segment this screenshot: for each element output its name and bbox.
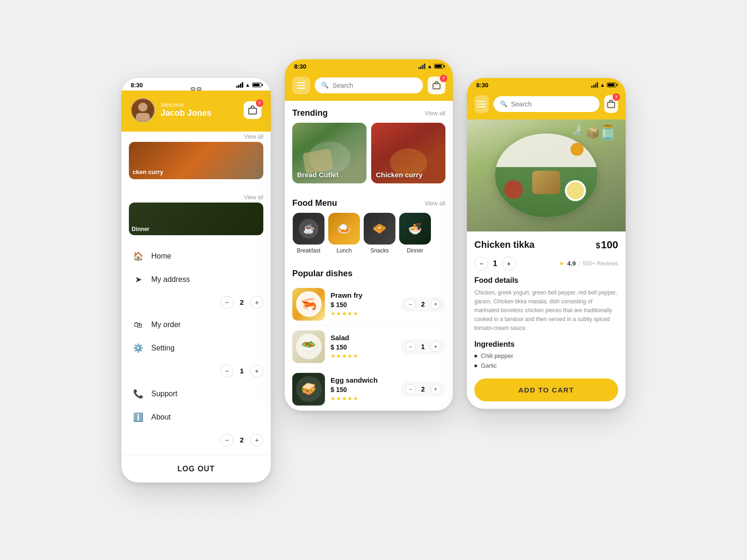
qty-row-3: − 2 + (121, 429, 271, 451)
popular-item-egg[interactable]: 🥪 Egg sandwich $ 150 ★★★★★ − 2 + (292, 368, 445, 411)
salad-qty-plus[interactable]: + (430, 342, 441, 352)
prawn-stars: ★★★★★ (331, 310, 395, 317)
food-menu-breakfast[interactable]: ☕ Breakfast (292, 213, 325, 254)
hamburger-button-3[interactable] (474, 95, 489, 113)
chicken-curry-label: Chicken curry (376, 171, 423, 179)
qty-val-2: 1 (237, 367, 247, 375)
product-hero: 🫙 📦 🍶 (467, 119, 626, 231)
snacks-label: Snacks (370, 247, 388, 254)
food-menu-lunch[interactable]: 🍛 Lunch (328, 213, 360, 254)
status-bar-3: 8:30 ▲ (467, 78, 626, 91)
prawn-qty-plus[interactable]: + (430, 299, 441, 309)
battery-icon-3 (607, 83, 616, 87)
food-menu-row: ☕ Breakfast 🍛 Lunch (285, 213, 453, 261)
ingredients-title: Ingredients (474, 340, 618, 349)
hamburger-button[interactable] (292, 77, 310, 94)
ham-line-3-3 (477, 106, 486, 107)
qty-minus-2[interactable]: − (220, 364, 233, 378)
bread-cutlet-label: Bread Cutlet (297, 171, 338, 179)
nav-item-setting[interactable]: ⚙️ Setting (121, 336, 271, 360)
qty-plus-1[interactable]: + (250, 296, 263, 309)
trending-card-bread[interactable]: Bread Cutlet (292, 123, 366, 183)
prawn-qty-minus[interactable]: − (405, 299, 416, 309)
peek-header: View all (121, 132, 271, 142)
signal-icon-3 (591, 82, 598, 88)
snacks-img: 🧇 (364, 213, 395, 245)
nav-item-address[interactable]: ➤ My address (121, 268, 271, 291)
product-qty-plus[interactable]: + (502, 257, 516, 271)
rating-separator: | (578, 260, 580, 267)
ham-line-1 (297, 82, 305, 83)
rating-count: 500+ Reviews (583, 260, 618, 267)
nav-menu: 🏠 Home ➤ My address − 2 + 🛍 My order ⚙️ (121, 245, 271, 451)
home-icon: 🏠 (133, 251, 144, 261)
peek-label-1: cken curry (133, 168, 163, 175)
time-2: 8:30 (294, 63, 306, 70)
nav-item-support[interactable]: 📞 Support (121, 382, 271, 406)
qty-plus-2[interactable]: + (250, 364, 263, 378)
nav-item-home[interactable]: 🏠 Home (121, 245, 271, 268)
cart-button-3[interactable]: 7 (604, 95, 619, 113)
popular-item-salad[interactable]: 🥗 Salad $ 150 ★★★★★ − 1 + (292, 326, 445, 368)
food-menu-view-all[interactable]: View all (424, 200, 445, 207)
qty-minus-1[interactable]: − (220, 296, 233, 309)
salad-name: Salad (331, 334, 395, 342)
nav-label-home: Home (151, 252, 171, 260)
product-title: Chicken tikka (474, 239, 535, 250)
peek-card-2-container: Dinner (121, 203, 271, 245)
nav-item-about[interactable]: ℹ️ About (121, 406, 271, 429)
search-bar-3[interactable]: 🔍 (493, 96, 599, 112)
product-qty-val: 1 (493, 259, 497, 268)
about-icon: ℹ️ (133, 412, 144, 422)
cart-button-2[interactable]: 7 (428, 77, 445, 94)
wifi-icon-2: ▲ (427, 63, 432, 69)
qty-plus-3[interactable]: + (250, 434, 263, 447)
wifi-icon: ▲ (245, 82, 250, 88)
logout-button[interactable]: LOG OUT (133, 465, 260, 473)
egg-qty-plus[interactable]: + (430, 384, 441, 394)
address-icon: ➤ (133, 274, 144, 285)
time-3: 8:30 (476, 82, 488, 89)
salad-qty-minus[interactable]: − (405, 342, 416, 352)
status-icons-3: ▲ (591, 82, 616, 88)
cart-badge-3: 7 (613, 93, 620, 101)
peek-img-2: Dinner (129, 203, 263, 235)
peek-card-2: Dinner (129, 203, 263, 235)
breakfast-img: ☕ (293, 213, 324, 245)
price-symbol: $ (596, 242, 600, 250)
ingredient-dot-1 (474, 355, 477, 357)
food-details-text: Chicken, greek yogurt, green bell pepper… (474, 288, 618, 333)
cart-button-1[interactable]: 7 (244, 101, 261, 119)
breakfast-art: ☕ (293, 213, 324, 245)
qty-minus-3[interactable]: − (220, 434, 233, 447)
nav-label-setting: Setting (151, 344, 175, 352)
logout-section: LOG OUT (121, 455, 271, 483)
search-input-3[interactable] (511, 100, 593, 108)
add-to-cart-button[interactable]: ADD TO CART (474, 378, 618, 401)
search-icon: 🔍 (321, 82, 329, 89)
trending-card-chicken[interactable]: Chicken curry (371, 123, 445, 183)
hero-decoration-3: 🍶 (571, 124, 584, 136)
view-all-peek-2[interactable]: View all (244, 194, 263, 201)
view-all-peek[interactable]: View all (244, 133, 263, 140)
trending-view-all[interactable]: View all (424, 110, 445, 117)
food-menu-snacks[interactable]: 🧇 Snacks (363, 213, 396, 254)
ingredient-name-2: Garlic (481, 362, 497, 369)
dinner-img: 🍜 (399, 213, 431, 245)
screen3-product: 8:30 ▲ 🔍 (467, 78, 626, 409)
user-header: Welcome Jacob Jones 7 (121, 91, 271, 132)
product-qty-minus[interactable]: − (474, 257, 488, 271)
svg-rect-1 (433, 84, 440, 89)
search-icon-3: 🔍 (500, 100, 507, 107)
prawn-img: 🦐 (292, 288, 325, 321)
status-icons-1: ▲ (236, 82, 261, 88)
food-menu-dinner[interactable]: 🍜 Dinner (399, 213, 431, 254)
popular-item-prawn[interactable]: 🦐 Prawn fry $ 150 ★★★★★ − 2 + (292, 283, 445, 326)
search-bar[interactable]: 🔍 (315, 77, 423, 93)
salad-art: 🥗 (292, 330, 325, 363)
search-input[interactable] (332, 82, 416, 89)
nav-item-order[interactable]: 🛍 My order (121, 314, 271, 336)
product-title-row: Chicken tikka $100 (474, 239, 618, 251)
egg-qty-minus[interactable]: − (405, 384, 416, 394)
snacks-art: 🧇 (364, 213, 395, 245)
